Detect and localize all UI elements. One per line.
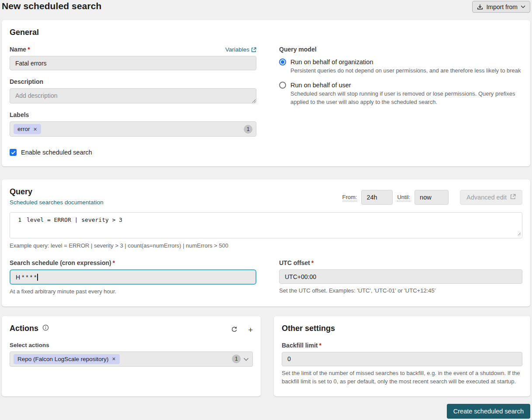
chevron-down-icon[interactable]: [243, 355, 249, 362]
remove-label-icon[interactable]: ×: [34, 126, 37, 132]
other-settings-section: Other settings Backfill limit* Set the l…: [274, 316, 530, 396]
labels-input[interactable]: error × 1: [10, 121, 256, 137]
description-label: Description: [10, 78, 43, 85]
select-actions-input[interactable]: Repo (Falcon LogScale repository) × 1: [10, 351, 253, 367]
text-cursor: [37, 274, 38, 281]
radio-unselected-icon: [279, 82, 286, 89]
external-link-icon: [510, 194, 516, 201]
backfill-limit-help: Set the limit of the number of missed se…: [282, 369, 522, 386]
query-section: Query Scheduled searches documentation F…: [2, 179, 530, 306]
line-number: 1: [14, 217, 21, 223]
query-model-group: Query model Run on behalf of organizatio…: [279, 46, 522, 113]
utc-offset-input[interactable]: [279, 269, 522, 284]
query-code: level = ERROR | severity > 3: [27, 217, 122, 223]
action-chip: Repo (Falcon LogScale repository) ×: [14, 354, 120, 364]
example-query-text: Example query: level = ERROR | severity …: [10, 242, 522, 249]
action-chip-text: Repo (Falcon LogScale repository): [17, 356, 109, 362]
chevron-down-icon: [521, 5, 525, 8]
actions-count-badge: 1: [232, 355, 241, 363]
required-asterisk: *: [113, 259, 115, 266]
required-asterisk: *: [28, 46, 30, 53]
cron-schedule-field: Search schedule (cron expression)* H * *…: [10, 259, 256, 296]
backfill-limit-label: Backfill limit*: [282, 342, 321, 349]
variables-link[interactable]: Variables: [225, 46, 256, 53]
query-heading: Query: [10, 187, 104, 196]
name-field: Name* Variables: [10, 46, 256, 70]
actions-heading: Actions: [10, 324, 38, 333]
utc-offset-label: UTC offset*: [279, 259, 314, 266]
radio-description: Scheduled search will stop running if us…: [290, 90, 522, 107]
create-scheduled-search-button[interactable]: Create scheduled search: [447, 404, 530, 419]
page: New scheduled search Import from General: [0, 0, 532, 420]
enable-scheduled-search-checkbox[interactable]: Enable scheduled search: [10, 149, 256, 156]
from-input[interactable]: 24h: [361, 190, 393, 205]
labels-count-badge: 1: [244, 125, 252, 134]
advanced-edit-button[interactable]: Advanced edit: [460, 190, 522, 205]
other-settings-heading: Other settings: [282, 324, 522, 333]
info-icon[interactable]: [42, 324, 49, 333]
radio-description: Persistent queries do not depend on user…: [290, 67, 522, 75]
remove-action-icon[interactable]: ×: [112, 356, 116, 362]
cron-schedule-label: Search schedule (cron expression)*: [10, 259, 115, 266]
until-label: Until:: [397, 194, 410, 201]
scheduled-searches-documentation-link[interactable]: Scheduled searches documentation: [10, 199, 104, 206]
radio-option-user: Run on behalf of user Scheduled search w…: [279, 82, 522, 107]
label-chip-text: error: [17, 126, 30, 132]
radio-run-on-behalf-of-organization[interactable]: Run on behalf of organization: [279, 59, 522, 65]
utc-offset-help: Set the UTC offset. Examples: 'UTC', 'UT…: [279, 286, 522, 295]
resize-handle-icon[interactable]: [517, 231, 521, 237]
cron-schedule-help: At a fixed arbitrary minute past every h…: [10, 287, 256, 296]
cron-schedule-input[interactable]: H * * * *: [10, 269, 256, 285]
utc-offset-field: UTC offset* Set the UTC offset. Examples…: [279, 259, 522, 295]
refresh-icon: [231, 326, 238, 334]
labels-label: Labels: [10, 111, 29, 118]
query-model-label: Query model: [279, 46, 522, 53]
download-icon: [477, 4, 483, 10]
label-chip: error ×: [14, 124, 41, 134]
until-input[interactable]: now: [415, 190, 449, 205]
name-label: Name*: [10, 46, 30, 53]
general-heading: General: [10, 28, 522, 37]
external-link-icon: [251, 47, 256, 52]
required-asterisk: *: [319, 342, 321, 349]
labels-field: Labels error × 1: [10, 111, 256, 137]
import-from-label: Import from: [486, 3, 518, 10]
name-input[interactable]: [10, 56, 256, 70]
radio-run-on-behalf-of-user[interactable]: Run on behalf of user: [279, 82, 522, 89]
checkbox-checked-icon: [10, 149, 17, 156]
description-field: Description: [10, 78, 256, 103]
from-label: From:: [342, 194, 357, 201]
plus-icon: +: [248, 326, 253, 334]
description-input[interactable]: [10, 88, 256, 103]
radio-option-organization: Run on behalf of organization Persistent…: [279, 59, 522, 75]
query-editor[interactable]: 1level = ERROR | severity > 3: [10, 212, 522, 238]
import-from-button[interactable]: Import from: [472, 1, 530, 13]
page-title: New scheduled search: [2, 1, 101, 11]
select-actions-label: Select actions: [10, 342, 253, 348]
required-asterisk: *: [311, 259, 314, 266]
refresh-actions-button[interactable]: [231, 326, 238, 334]
top-bar: New scheduled search Import from: [2, 1, 530, 18]
enable-scheduled-search-label: Enable scheduled search: [21, 149, 92, 156]
general-section: General Name* Variables: [2, 20, 530, 166]
general-left-column: Name* Variables: [10, 46, 256, 156]
radio-selected-icon: [279, 59, 286, 65]
actions-section: Actions: [2, 316, 261, 396]
backfill-limit-input[interactable]: [282, 352, 522, 366]
add-action-button[interactable]: +: [248, 326, 253, 334]
